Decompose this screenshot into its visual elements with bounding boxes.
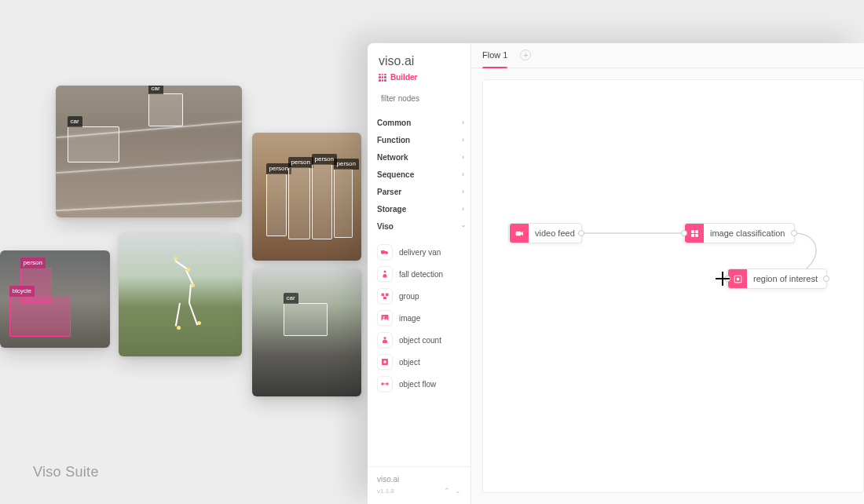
bbox-label: car — [68, 116, 82, 127]
sidebar: viso.ai Builder Common› Function› Networ… — [368, 43, 471, 504]
collapse-up-icon[interactable]: ⌃ — [444, 487, 450, 495]
svg-point-10 — [384, 337, 386, 339]
palette-object-count[interactable]: object count — [377, 329, 464, 351]
bbox-label: person — [334, 159, 359, 170]
plus-icon: + — [520, 49, 531, 60]
canvas-area: Flow 1 + video feed image classification — [471, 43, 864, 504]
category-viso[interactable]: Viso› — [377, 217, 464, 235]
camera-icon — [510, 224, 529, 243]
svg-rect-21 — [736, 277, 738, 279]
person-icon — [377, 266, 393, 282]
node-region-of-interest[interactable]: region of interest — [727, 268, 827, 289]
chevron-right-icon: › — [462, 136, 464, 144]
van-icon — [377, 244, 393, 260]
bbox-label: person — [20, 257, 46, 268]
count-icon — [377, 332, 393, 348]
thumbnail-cyclist: person bicycle — [0, 250, 110, 348]
builder-label: Builder — [390, 73, 417, 82]
palette-object[interactable]: object — [377, 351, 464, 373]
chevron-right-icon: › — [462, 119, 464, 126]
chevron-right-icon: › — [462, 153, 464, 161]
bbox-label: bicycle — [9, 286, 35, 297]
svg-rect-19 — [695, 234, 698, 237]
image-icon — [377, 310, 393, 326]
svg-rect-12 — [384, 361, 386, 363]
svg-rect-16 — [691, 230, 694, 233]
thumbnail-golfer-pose — [119, 233, 242, 356]
chevron-right-icon: › — [462, 170, 464, 178]
category-sequence[interactable]: Sequence› — [377, 166, 464, 183]
tab-add[interactable]: + — [520, 43, 531, 68]
node-video-feed[interactable]: video feed — [508, 223, 582, 243]
sidebar-footer: viso.ai v1.1.8 ⌃ ⌄ — [368, 466, 470, 504]
svg-rect-14 — [386, 383, 389, 385]
svg-point-2 — [382, 254, 383, 255]
roi-icon — [728, 269, 747, 288]
node-label: image classification — [710, 228, 785, 238]
category-storage[interactable]: Storage› — [377, 200, 464, 217]
chevron-right-icon: › — [462, 205, 464, 213]
bbox-label: person — [288, 157, 313, 168]
category-list: Common› Function› Network› Sequence› Par… — [368, 109, 470, 400]
node-label: region of interest — [753, 274, 818, 283]
category-parser[interactable]: Parser› — [377, 183, 464, 200]
chevron-right-icon: › — [462, 188, 464, 195]
svg-point-3 — [386, 254, 387, 255]
svg-point-4 — [384, 271, 386, 273]
version-label: v1.1.8 — [377, 488, 394, 495]
tab-bar: Flow 1 + — [471, 43, 864, 68]
thumbnail-mall: person person person person — [252, 133, 361, 261]
flow-canvas[interactable]: video feed image classification region o… — [482, 79, 864, 493]
collapse-down-icon[interactable]: ⌄ — [455, 487, 461, 495]
crosshair-cursor-icon — [716, 272, 730, 286]
svg-rect-17 — [695, 230, 698, 233]
node-label: video feed — [535, 228, 575, 238]
viso-node-list: delivery van fall detection group image … — [377, 241, 464, 395]
brand-name: viso.ai — [379, 54, 459, 68]
brand-block: viso.ai Builder — [368, 43, 470, 85]
port-out[interactable] — [578, 230, 584, 236]
page-caption: Viso Suite — [33, 464, 99, 480]
category-network[interactable]: Network› — [377, 148, 464, 166]
grid-icon — [685, 224, 704, 243]
svg-rect-18 — [691, 234, 694, 237]
svg-rect-13 — [382, 383, 384, 385]
builder-app: viso.ai Builder Common› Function› Networ… — [368, 43, 864, 504]
svg-rect-7 — [383, 297, 386, 299]
palette-delivery-van[interactable]: delivery van — [377, 241, 464, 263]
palette-object-flow[interactable]: object flow — [377, 373, 464, 395]
flow-icon — [377, 376, 393, 392]
palette-group[interactable]: group — [377, 285, 464, 307]
port-in[interactable] — [681, 230, 687, 236]
svg-point-9 — [383, 316, 385, 318]
chevron-down-icon: › — [459, 225, 467, 228]
palette-image[interactable]: image — [377, 307, 464, 329]
svg-rect-6 — [386, 294, 389, 297]
builder-badge[interactable]: Builder — [379, 73, 459, 82]
group-icon — [377, 288, 393, 304]
tab-label: Flow 1 — [482, 50, 507, 60]
category-common[interactable]: Common› — [377, 114, 464, 131]
port-out[interactable] — [791, 230, 797, 236]
bbox-label: car — [284, 293, 298, 304]
svg-rect-5 — [382, 294, 385, 297]
port-out[interactable] — [823, 276, 829, 282]
category-function[interactable]: Function› — [377, 131, 464, 148]
svg-rect-15 — [515, 231, 521, 235]
thumbnail-road-car: car — [252, 268, 361, 396]
thumbnail-highway: car car — [56, 86, 242, 217]
node-image-classification[interactable]: image classification — [683, 223, 795, 243]
node-search-input[interactable] — [381, 94, 481, 103]
footer-brand: viso.ai — [377, 475, 461, 484]
palette-fall-detection[interactable]: fall detection — [377, 263, 464, 285]
object-icon — [377, 354, 393, 370]
bbox-label: car — [148, 86, 163, 94]
node-search[interactable] — [377, 94, 461, 103]
tab-flow-1[interactable]: Flow 1 — [482, 43, 507, 68]
builder-grid-icon — [379, 74, 386, 82]
